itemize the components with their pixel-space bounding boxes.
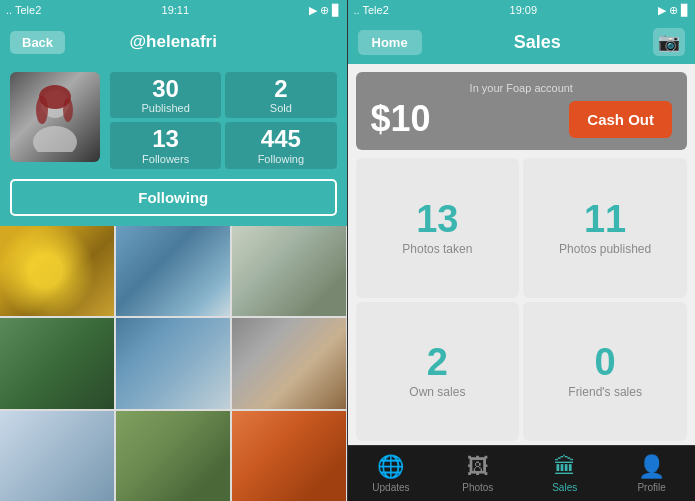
followers-number: 13 — [152, 126, 179, 152]
published-number: 30 — [152, 76, 179, 102]
sold-number: 2 — [274, 76, 287, 102]
photos-published-number: 11 — [584, 200, 626, 238]
time-right: 19:09 — [510, 4, 538, 16]
home-button[interactable]: Home — [358, 30, 422, 55]
header-right: Home Sales 📷 — [348, 20, 696, 64]
left-panel: .. Tele2 19:11 ▶ ⊕ ▊ Back @helenafri — [0, 0, 347, 501]
stat-followers: 13 Followers — [110, 122, 221, 168]
photos-taken-label: Photos taken — [402, 242, 472, 256]
carrier-left: .. Tele2 — [6, 4, 41, 16]
tab-sales[interactable]: 🏛 Sales — [521, 446, 608, 501]
photo-cell-1[interactable] — [0, 226, 114, 316]
photo-cell-7[interactable] — [0, 411, 114, 501]
sales-icon: 🏛 — [554, 454, 576, 480]
avatar-image — [10, 72, 100, 162]
tab-photos[interactable]: 🖼 Photos — [434, 446, 521, 501]
tab-profile[interactable]: 👤 Profile — [608, 446, 695, 501]
photo-cell-4[interactable] — [0, 318, 114, 408]
following-section: Following — [0, 179, 347, 226]
stat-card-friend-sales: 0 Friend's sales — [523, 302, 687, 442]
photo-cell-5[interactable] — [116, 318, 230, 408]
following-number: 445 — [261, 126, 301, 152]
account-wrapper: In your Foap account $10 Cash Out — [371, 82, 673, 140]
tab-bar: 🌐 Updates 🖼 Photos 🏛 Sales 👤 Profile — [348, 445, 696, 501]
tab-updates-label: Updates — [372, 482, 409, 493]
photo-cell-9[interactable] — [232, 411, 346, 501]
status-bar-right: .. Tele2 19:09 ▶ ⊕ ▊ — [348, 0, 696, 20]
stat-card-photos-taken: 13 Photos taken — [356, 158, 520, 298]
stat-card-photos-published: 11 Photos published — [523, 158, 687, 298]
photo-cell-6[interactable] — [232, 318, 346, 408]
avatar — [10, 72, 100, 162]
account-label: In your Foap account — [371, 82, 673, 94]
photos-icon: 🖼 — [467, 454, 489, 480]
photos-taken-number: 13 — [416, 200, 458, 238]
stat-sold: 2 Sold — [225, 72, 336, 118]
carrier-right: .. Tele2 — [354, 4, 389, 16]
status-bar-left: .. Tele2 19:11 ▶ ⊕ ▊ — [0, 0, 347, 20]
cash-out-button[interactable]: Cash Out — [569, 101, 672, 138]
stat-published: 30 Published — [110, 72, 221, 118]
own-sales-label: Own sales — [409, 385, 465, 399]
friend-sales-label: Friend's sales — [568, 385, 642, 399]
tab-photos-label: Photos — [462, 482, 493, 493]
icons-right: ▶ ⊕ ▊ — [658, 4, 689, 17]
photo-cell-2[interactable] — [116, 226, 230, 316]
right-panel: .. Tele2 19:09 ▶ ⊕ ▊ Home Sales 📷 In you… — [348, 0, 696, 501]
time-left: 19:11 — [162, 4, 190, 16]
account-row: $10 Cash Out — [371, 98, 673, 140]
photo-cell-3[interactable] — [232, 226, 346, 316]
icons-left: ▶ ⊕ ▊ — [309, 4, 340, 17]
followers-label: Followers — [142, 153, 189, 165]
profile-username: @helenafri — [130, 32, 217, 52]
stat-following: 445 Following — [225, 122, 336, 168]
tab-profile-label: Profile — [637, 482, 665, 493]
profile-section: 30 Published 2 Sold 13 Followers 445 Fol… — [0, 64, 347, 179]
page-title: Sales — [422, 32, 653, 53]
camera-button[interactable]: 📷 — [653, 28, 685, 56]
stat-card-own-sales: 2 Own sales — [356, 302, 520, 442]
back-button[interactable]: Back — [10, 31, 65, 54]
camera-icon: 📷 — [658, 31, 680, 53]
svg-point-3 — [36, 96, 48, 124]
published-label: Published — [141, 102, 189, 114]
svg-point-1 — [33, 126, 77, 152]
own-sales-number: 2 — [427, 343, 448, 381]
stats-grid: 30 Published 2 Sold 13 Followers 445 Fol… — [110, 72, 337, 169]
friend-sales-number: 0 — [595, 343, 616, 381]
profile-icon: 👤 — [638, 454, 665, 480]
following-button[interactable]: Following — [10, 179, 337, 216]
following-label: Following — [258, 153, 304, 165]
tab-sales-label: Sales — [552, 482, 577, 493]
dollar-amount: $10 — [371, 98, 431, 140]
header-left: Back @helenafri — [0, 20, 347, 64]
account-section: In your Foap account $10 Cash Out — [356, 72, 688, 150]
stats-section: 13 Photos taken 11 Photos published 2 Ow… — [348, 154, 696, 445]
photo-cell-8[interactable] — [116, 411, 230, 501]
photos-published-label: Photos published — [559, 242, 651, 256]
photo-grid — [0, 226, 347, 501]
sold-label: Sold — [270, 102, 292, 114]
tab-updates[interactable]: 🌐 Updates — [348, 446, 435, 501]
svg-point-4 — [63, 98, 73, 122]
avatar-silhouette-icon — [20, 82, 90, 152]
globe-icon: 🌐 — [377, 454, 404, 480]
